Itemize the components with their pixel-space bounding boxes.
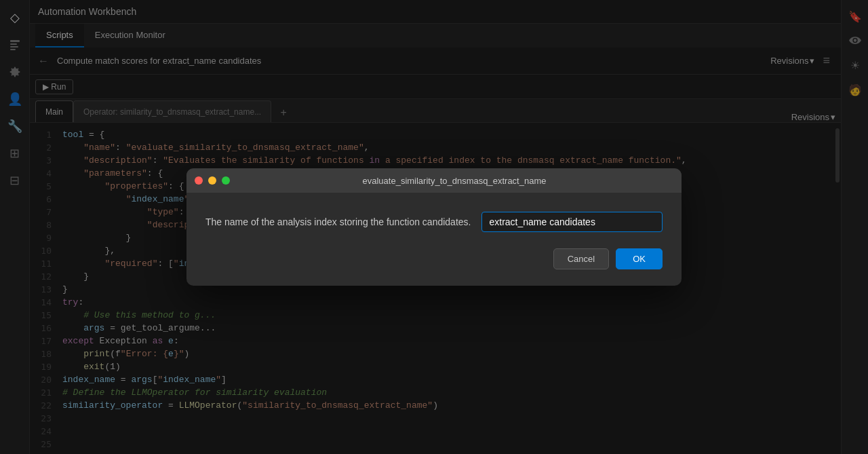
close-button[interactable] bbox=[195, 176, 203, 185]
dialog-overlay: evaluate_similarity_to_dnsmasq_extract_n… bbox=[0, 0, 868, 454]
minimize-button[interactable] bbox=[208, 176, 216, 185]
index-name-input[interactable] bbox=[481, 212, 663, 232]
dialog-body: The name of the analysis index storing t… bbox=[186, 193, 682, 286]
dialog: evaluate_similarity_to_dnsmasq_extract_n… bbox=[186, 168, 682, 286]
dialog-titlebar: evaluate_similarity_to_dnsmasq_extract_n… bbox=[186, 168, 682, 193]
dialog-title: evaluate_similarity_to_dnsmasq_extract_n… bbox=[235, 176, 673, 186]
maximize-button[interactable] bbox=[222, 176, 230, 185]
dialog-actions: Cancel OK bbox=[205, 248, 663, 272]
cancel-button[interactable]: Cancel bbox=[553, 248, 609, 269]
ok-button[interactable]: OK bbox=[616, 248, 663, 269]
dialog-label: The name of the analysis index storing t… bbox=[205, 216, 471, 227]
dialog-input-row: The name of the analysis index storing t… bbox=[205, 212, 663, 232]
